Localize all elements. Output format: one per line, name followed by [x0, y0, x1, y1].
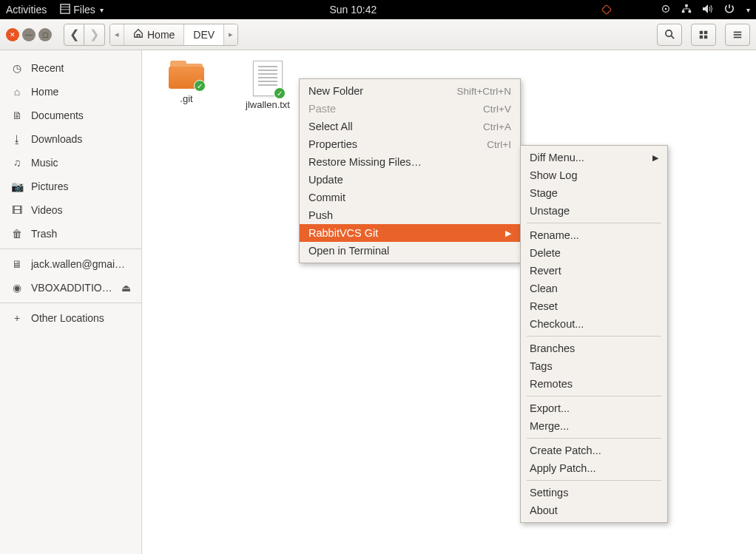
file-jlwallen[interactable]: ✓ jlwallen.txt	[238, 61, 297, 110]
submenu-tags[interactable]: Tags	[521, 357, 667, 375]
video-icon: 🎞	[10, 204, 24, 216]
clock-icon: ◷	[10, 62, 24, 74]
camera-icon: 📷	[10, 180, 24, 192]
submenu-create-patch[interactable]: Create Patch...	[521, 442, 667, 459]
gnome-top-bar: Activities Files ▾ Sun 10:42 ▾	[0, 0, 756, 19]
svg-point-4	[665, 7, 667, 10]
settings-indicator-icon[interactable]	[661, 4, 671, 16]
menu-select-all[interactable]: Select AllCtrl+A	[300, 118, 520, 135]
submenu-about[interactable]: About	[521, 501, 667, 519]
download-icon: ⭳	[10, 133, 24, 145]
folder-icon: ✓	[169, 61, 204, 90]
submenu-delete[interactable]: Delete	[521, 244, 667, 262]
maximize-button[interactable]: ▢	[38, 28, 52, 41]
sidebar-item-downloads[interactable]: ⭳Downloads	[0, 127, 141, 151]
file-manager-toolbar: ✕ — ▢ ❮ ❯ ◂ Home DEV ▸	[0, 19, 756, 50]
sidebar-item-documents[interactable]: 🗎Documents	[0, 104, 141, 127]
sidebar-item-account[interactable]: 🖥jack.wallen@gmail....	[0, 252, 141, 276]
submenu-unstage[interactable]: Unstage	[521, 202, 667, 220]
breadcrumb: ◂ Home DEV ▸	[109, 24, 238, 46]
files-icon	[60, 4, 70, 16]
menu-restore-missing[interactable]: Restore Missing Files…	[300, 153, 520, 171]
chevron-right-icon: ▶	[652, 153, 658, 163]
app-menu[interactable]: Files ▾	[60, 4, 104, 16]
submenu-apply-patch[interactable]: Apply Patch...	[521, 459, 667, 477]
disc-icon: ◉	[10, 282, 24, 294]
svg-rect-6	[682, 10, 685, 13]
svg-marker-8	[703, 4, 708, 13]
computer-icon: 🖥	[10, 258, 24, 270]
menu-properties[interactable]: PropertiesCtrl+I	[300, 135, 520, 153]
eject-icon[interactable]: ⏏	[121, 282, 131, 294]
menu-push[interactable]: Push	[300, 206, 520, 224]
sidebar-item-trash[interactable]: 🗑Trash	[0, 222, 141, 246]
submenu-revert[interactable]: Revert	[521, 262, 667, 280]
submenu-showlog[interactable]: Show Log	[521, 166, 667, 184]
menu-commit[interactable]: Commit	[300, 189, 520, 206]
path-home[interactable]: Home	[124, 24, 184, 45]
home-icon: ⌂	[10, 86, 24, 98]
forward-button[interactable]: ❯	[84, 24, 105, 46]
sidebar-item-other[interactable]: +Other Locations	[0, 306, 141, 330]
path-next-button[interactable]: ▸	[224, 24, 237, 45]
vcs-ok-badge-icon: ✓	[194, 80, 206, 92]
path-current[interactable]: DEV	[184, 24, 224, 45]
file-label: jlwallen.txt	[246, 99, 290, 110]
svg-rect-7	[689, 10, 692, 13]
menu-update[interactable]: Update	[300, 171, 520, 189]
submenu-branches[interactable]: Branches	[521, 340, 667, 357]
rabbitvcs-submenu: Diff Menu...▶ Show Log Stage Unstage Ren…	[520, 145, 668, 523]
search-button[interactable]	[657, 24, 682, 46]
svg-rect-5	[685, 4, 688, 7]
plus-icon: +	[10, 312, 24, 324]
submenu-stage[interactable]: Stage	[521, 184, 667, 202]
svg-rect-0	[61, 4, 70, 13]
close-button[interactable]: ✕	[6, 28, 19, 41]
folder-git[interactable]: ✓ .git	[157, 61, 216, 104]
context-menu: New FolderShift+Ctrl+N PasteCtrl+V Selec…	[299, 78, 521, 263]
sidebar-item-disk[interactable]: ◉VBOXADDITIO…⏏	[0, 276, 141, 300]
view-toggle-button[interactable]	[691, 24, 716, 46]
sidebar-item-music[interactable]: ♫Music	[0, 151, 141, 175]
minimize-button[interactable]: —	[22, 28, 36, 41]
clock[interactable]: Sun 10:42	[104, 4, 603, 16]
submenu-checkout[interactable]: Checkout...	[521, 315, 667, 333]
vcs-ok-badge-icon: ✓	[274, 87, 286, 99]
path-prev-button[interactable]: ◂	[110, 24, 124, 45]
submenu-rename[interactable]: Rename...	[521, 226, 667, 244]
menu-paste: PasteCtrl+V	[300, 100, 520, 118]
svg-rect-13	[700, 35, 703, 38]
sidebar-item-pictures[interactable]: 📷Pictures	[0, 175, 141, 198]
svg-line-10	[671, 36, 674, 38]
submenu-remotes[interactable]: Remotes	[521, 375, 667, 393]
menu-new-folder[interactable]: New FolderShift+Ctrl+N	[300, 82, 520, 100]
sidebar-item-videos[interactable]: 🎞Videos	[0, 198, 141, 222]
network-icon[interactable]	[681, 4, 692, 16]
submenu-reset[interactable]: Reset	[521, 297, 667, 315]
volume-icon[interactable]	[702, 4, 714, 16]
menu-open-terminal[interactable]: Open in Terminal	[300, 242, 520, 260]
power-icon[interactable]	[724, 4, 735, 16]
sidebar-item-home[interactable]: ⌂Home	[0, 80, 141, 104]
chevron-right-icon: ▶	[505, 229, 511, 238]
window-controls: ✕ — ▢	[6, 28, 52, 41]
activities-button[interactable]: Activities	[6, 4, 47, 16]
file-label: .git	[180, 93, 192, 104]
sidebar-item-recent[interactable]: ◷Recent	[0, 56, 141, 80]
hamburger-menu-button[interactable]	[725, 24, 750, 46]
trash-icon: 🗑	[10, 228, 24, 240]
back-button[interactable]: ❮	[64, 24, 84, 46]
music-icon: ♫	[10, 157, 24, 169]
menu-rabbitvcs-git[interactable]: RabbitVCS Git▶	[300, 224, 520, 242]
submenu-clean[interactable]: Clean	[521, 280, 667, 297]
chevron-down-icon: ▾	[746, 6, 750, 14]
submenu-settings[interactable]: Settings	[521, 484, 667, 501]
update-indicator-icon[interactable]	[601, 4, 612, 15]
svg-rect-11	[700, 30, 703, 33]
home-icon	[133, 28, 144, 41]
submenu-diff[interactable]: Diff Menu...▶	[521, 149, 667, 166]
svg-point-9	[665, 30, 671, 36]
submenu-merge[interactable]: Merge...	[521, 417, 667, 435]
sidebar: ◷Recent ⌂Home 🗎Documents ⭳Downloads ♫Mus…	[0, 50, 142, 554]
submenu-export[interactable]: Export...	[521, 399, 667, 417]
